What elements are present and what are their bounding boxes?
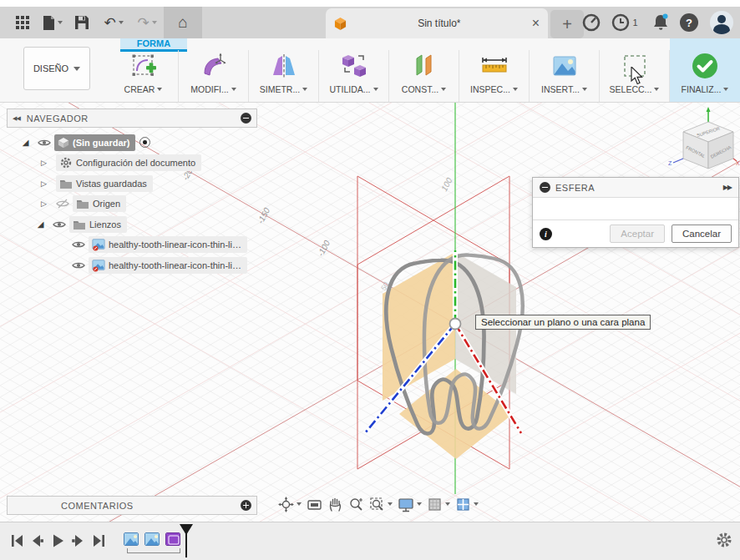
ribbon-group-inspeccionar[interactable]: INSPEC... (459, 50, 530, 102)
origin-point[interactable] (450, 319, 461, 330)
timeline-go-to-end-button[interactable] (91, 533, 108, 548)
look-at-button[interactable] (304, 493, 325, 515)
branch-collapsed-icon[interactable]: ▷ (38, 199, 49, 208)
redo-button[interactable]: ↷ (132, 7, 162, 38)
viewcube[interactable]: SUPERIOR FRONTAL DERECHA Z X (665, 107, 740, 177)
esfera-dialog-header[interactable]: ESFERA ▶▶ (533, 178, 738, 198)
tree-item-label: healthy-tooth-linear-icon-thin-li… (109, 260, 241, 270)
ribbon-group-modificar[interactable]: MODIFI... (179, 50, 249, 102)
timeline-settings-button[interactable] (715, 531, 733, 549)
tree-item-origin[interactable]: ▷ Origen (7, 195, 257, 213)
extensions-button[interactable] (580, 7, 602, 38)
orbit-button[interactable] (276, 493, 304, 515)
tree-item-label: Vistas guardadas (76, 179, 147, 189)
branch-expanded-icon[interactable]: ◢ (20, 138, 31, 147)
folder-icon (76, 197, 89, 210)
file-menu-caret-icon (58, 21, 63, 24)
activate-component-radio[interactable] (139, 137, 150, 148)
help-button[interactable]: ? (677, 7, 701, 38)
esfera-dialog-body (533, 198, 738, 220)
tree-item-canvases[interactable]: ◢ Lienzos (7, 215, 257, 233)
job-status-button[interactable]: 1 (608, 7, 641, 38)
grid-settings-button[interactable] (424, 493, 453, 515)
visibility-eye-icon[interactable] (72, 238, 85, 251)
timeline-form-feature[interactable] (165, 532, 180, 546)
esfera-dialog: ESFERA ▶▶ i Aceptar Cancelar (532, 177, 739, 248)
canvas-image-icon (92, 259, 105, 272)
comments-header[interactable]: COMENTARIOS (7, 496, 257, 515)
app-grid-button[interactable] (10, 7, 35, 38)
root-component-pill[interactable]: (Sin guardar) (54, 134, 135, 151)
accept-button[interactable]: Aceptar (610, 225, 665, 243)
new-tab-button[interactable]: + (550, 10, 584, 38)
ribbon-group-simetria[interactable]: SIMETR... (249, 50, 319, 102)
inspeccionar-caret-icon (513, 88, 518, 91)
clock-icon (611, 13, 630, 32)
ribbon-group-utilidades[interactable]: UTILIDA... (319, 50, 389, 102)
ribbon-group-insertar[interactable]: INSERT... (530, 50, 600, 102)
timeline-canvas-feature-1[interactable] (124, 532, 139, 546)
ribbon-group-seleccionar[interactable]: SELECC... (600, 50, 670, 102)
home-tab[interactable]: ⌂ (164, 7, 202, 38)
pan-button[interactable] (325, 493, 346, 515)
canvas-image-icon (92, 238, 105, 251)
tree-item-root[interactable]: ◢ (Sin guardar) (7, 134, 257, 151)
ribbon-group-crear[interactable]: CREAR (109, 50, 179, 102)
collapse-panel-icon[interactable]: ◀◀ (13, 115, 20, 122)
timeline-step-forward-button[interactable] (70, 533, 87, 548)
visibility-eye-icon[interactable] (72, 259, 85, 272)
zoom-window-icon (369, 497, 385, 512)
minimize-navigator-button[interactable] (241, 113, 251, 124)
visibility-eye-icon[interactable] (53, 218, 66, 231)
ribbon-group-construir[interactable]: CONST... (389, 50, 459, 102)
timeline-play-button[interactable] (49, 533, 66, 548)
add-comment-button[interactable] (241, 500, 251, 511)
job-count-badge: 1 (632, 18, 637, 28)
notifications-button[interactable] (650, 7, 672, 38)
tree-item-document-settings[interactable]: ▷ Configuración del documento (7, 154, 257, 172)
zoom-window-caret-icon (388, 502, 393, 506)
navigator-panel: ◀◀ NAVEGADOR ◢ (Sin guardar) (7, 108, 257, 128)
file-menu-button[interactable] (38, 7, 67, 38)
viewports-button[interactable] (453, 493, 481, 515)
dialog-overflow-icon[interactable]: ▶▶ (723, 184, 732, 191)
construct-icon (410, 52, 438, 80)
finish-icon (690, 51, 720, 81)
collapse-dialog-button[interactable] (540, 182, 550, 193)
file-icon (43, 16, 55, 30)
navigator-header[interactable]: ◀◀ NAVEGADOR (7, 108, 257, 128)
avatar-head (717, 15, 726, 23)
document-tab[interactable]: Sin título* × (326, 8, 548, 38)
branch-collapsed-icon[interactable]: ▷ (38, 159, 49, 167)
visibility-off-eye-icon[interactable] (56, 197, 69, 210)
component-cube-icon (58, 137, 69, 149)
timeline-step-back-button[interactable] (28, 533, 45, 548)
tree-item-saved-views[interactable]: ▷ Vistas guardadas (7, 174, 257, 192)
timeline-position-marker[interactable] (180, 524, 193, 559)
tab-forma[interactable]: FORMA (120, 38, 187, 49)
select-icon (621, 52, 649, 80)
user-avatar[interactable] (710, 11, 733, 34)
display-settings-button[interactable] (395, 493, 424, 515)
redo-caret-icon (152, 21, 157, 24)
ribbon-group-finalizar[interactable]: FINALIZ... (670, 38, 740, 102)
tree-item-canvas-1[interactable]: healthy-tooth-linear-icon-thin-li… (7, 236, 257, 254)
workspace-selector[interactable]: DISEÑO (23, 47, 90, 90)
cancel-button[interactable]: Cancelar (672, 225, 732, 243)
undo-button[interactable]: ↶ (99, 7, 129, 38)
save-button[interactable] (70, 7, 94, 38)
orbit-icon (278, 497, 294, 512)
info-icon[interactable]: i (540, 228, 552, 240)
timeline-go-to-start-button[interactable] (8, 533, 25, 548)
new-tab-icon: + (562, 15, 572, 34)
zoom-button[interactable] (346, 493, 367, 515)
tree-item-canvas-2[interactable]: healthy-tooth-linear-icon-thin-li… (7, 257, 257, 275)
branch-collapsed-icon[interactable]: ▷ (38, 179, 49, 188)
zoom-window-button[interactable] (367, 493, 395, 515)
branch-expanded-icon[interactable]: ◢ (35, 219, 46, 229)
visibility-eye-icon[interactable] (38, 136, 51, 149)
close-tab-icon[interactable]: × (532, 16, 540, 31)
app-grid-icon (16, 16, 29, 29)
ribbon-groups: CREAR MODIFI... SIMETR... (109, 50, 740, 102)
timeline-canvas-feature-2[interactable] (144, 532, 160, 546)
